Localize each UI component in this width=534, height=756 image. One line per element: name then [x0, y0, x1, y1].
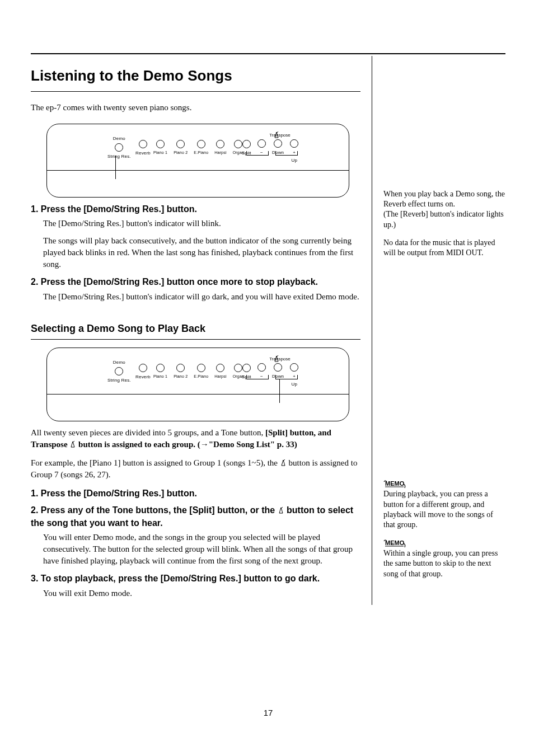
memo-icon-1: MEMO — [383, 478, 408, 489]
p2-button-split — [242, 364, 251, 372]
p2-button-piano1 — [156, 364, 165, 372]
s2-step1: 1. Press the [Demo/String Res.] button. — [31, 487, 360, 500]
sidebar-memo-2-text: Within a single group, you can press the… — [383, 548, 505, 579]
metronome-icon-inline-1 — [69, 441, 76, 448]
label-harpsi: Harpsi — [214, 150, 226, 156]
sidebar-note-1: When you play back a Demo song, the Reve… — [383, 189, 505, 230]
s2-step2-body: You will enter Demo mode, and the songs … — [31, 532, 360, 567]
s2-step3: 3. To stop playback, press the [Demo/Str… — [31, 572, 360, 585]
button-metronome — [274, 139, 282, 148]
label-transpose: Transpose — [257, 132, 302, 138]
sidebar-memo-1-text: During playback, you can press a button … — [383, 489, 505, 530]
label-reverb: Reverb — [135, 150, 151, 156]
p2-button-epiano — [197, 364, 205, 372]
p2-label-harpsi: Harpsi — [214, 374, 226, 379]
p2-label-reverb: Reverb — [135, 374, 151, 380]
button-piano1 — [156, 140, 165, 148]
p2-button-demo — [115, 367, 123, 375]
p2-label-epiano: E.Piano — [194, 374, 208, 379]
button-minus — [257, 139, 266, 148]
s2-step2: 2. Press any of the Tone buttons, the [S… — [31, 504, 360, 529]
bracket-1 — [246, 151, 269, 156]
svg-text:MEMO: MEMO — [385, 539, 405, 546]
p2-bracket-2 — [275, 375, 298, 379]
panel-divider — [47, 170, 349, 171]
panel-figure-2: Demo String Res. Reverb Piano 1 Piano 2 … — [46, 348, 349, 421]
page-title: Listening to the Demo Songs — [31, 56, 360, 91]
button-reverb — [139, 140, 147, 148]
step-1-line2: The songs will play back consecutively, … — [31, 235, 360, 270]
button-epiano — [197, 140, 205, 148]
p2-label-transpose: Transpose — [257, 356, 302, 362]
step-2-body: The [Demo/String Res.] button's indicato… — [31, 291, 360, 303]
metronome-icon-inline-3 — [278, 507, 284, 514]
button-split — [242, 140, 251, 148]
page-number: 17 — [31, 708, 505, 717]
svg-text:MEMO: MEMO — [385, 480, 405, 487]
s2-step2-a: 2. Press any of the Tone buttons, the [S… — [31, 505, 278, 515]
callout-line-1 — [115, 156, 116, 179]
intro-text: The ep-7 comes with twenty seven piano s… — [31, 102, 360, 114]
panel-figure-1: Demo String Res. Reverb Piano 1 — [46, 124, 349, 198]
panel2-divider — [47, 394, 349, 395]
label-up: Up — [291, 157, 297, 163]
memo-icon-2: MEMO — [383, 538, 408, 548]
button-plus — [290, 139, 298, 148]
p2-button-reverb — [139, 364, 147, 372]
section-2-rule — [31, 339, 360, 340]
section2-para2: For example, the [Piano 1] button is ass… — [31, 457, 360, 481]
metronome-icon-inline-2 — [280, 459, 287, 466]
p2-button-plus — [290, 363, 298, 372]
button-piano2 — [176, 140, 185, 148]
step-1-heading: 1. Press the [Demo/String Res.] button. — [31, 203, 360, 215]
p2-metronome-icon — [273, 355, 280, 362]
sidebar-memo-1: MEMO During playback, you can press a bu… — [383, 478, 505, 530]
bracket-2 — [275, 151, 298, 156]
metronome-icon — [273, 132, 280, 138]
s2-step3-body: You will exit Demo mode. — [31, 588, 360, 599]
p2-bracket-1 — [246, 375, 269, 379]
label-piano1: Piano 1 — [153, 150, 167, 156]
callout-line-2 — [279, 379, 280, 403]
button-harpsi — [216, 140, 224, 148]
sidebar-note-1a: When you play back a Demo song, the Reve… — [383, 189, 505, 209]
s2-p2-a: For example, the [Piano 1] button is ass… — [31, 458, 280, 467]
label-piano2: Piano 2 — [174, 150, 188, 156]
p2-button-metronome — [274, 363, 282, 372]
sidebar: When you play back a Demo song, the Reve… — [372, 56, 505, 605]
section-2-heading: Selecting a Demo Song to Play Back — [31, 308, 360, 339]
sidebar-note-2: No data for the music that is played wil… — [383, 238, 505, 258]
p2-button-piano2 — [176, 364, 185, 372]
p2-label-up: Up — [291, 381, 297, 387]
p2-label-piano1: Piano 1 — [153, 374, 167, 379]
button-demo — [115, 143, 123, 152]
label-demo: Demo — [113, 135, 125, 142]
p2-button-harpsi — [216, 364, 224, 372]
sidebar-note-1b: (The [Reverb] button's indicator lights … — [383, 209, 505, 229]
p2-label-piano2: Piano 2 — [174, 374, 188, 379]
step-2-heading: 2. Press the [Demo/String Res.] button o… — [31, 276, 360, 288]
label-stringres: String Res. — [107, 153, 131, 159]
step-1-line1: The [Demo/String Res.] button's indicato… — [31, 218, 360, 229]
p2-button-minus — [257, 363, 266, 372]
s2-intro-c: button is assigned to each group. (→"Dem… — [78, 440, 297, 449]
p2-label-stringres: String Res. — [107, 377, 131, 383]
p2-label-demo: Demo — [113, 359, 125, 365]
sidebar-memo-2: MEMO Within a single group, you can pres… — [383, 538, 505, 579]
section2-intro: All twenty seven pieces are divided into… — [31, 427, 360, 450]
page-top-rule — [31, 53, 505, 54]
s2-intro-a: All twenty seven pieces are divided into… — [31, 428, 265, 437]
label-epiano: E.Piano — [194, 150, 208, 156]
